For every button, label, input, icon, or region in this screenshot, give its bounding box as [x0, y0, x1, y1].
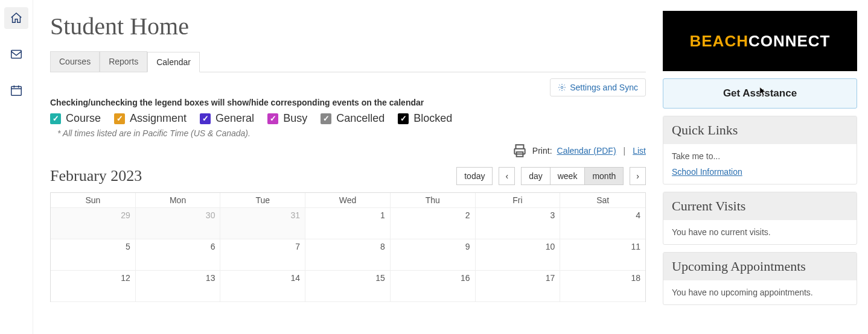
calendar-day[interactable]: 15 [305, 271, 391, 302]
current-visits-panel: Current Visits You have no current visit… [663, 192, 857, 245]
legend-label: Busy [283, 112, 307, 125]
main-content: Student Home Courses Reports Calendar Se… [33, 0, 663, 334]
timezone-note: * All times listed are in Pacific Time (… [50, 128, 646, 138]
print-list-link[interactable]: List [633, 146, 646, 156]
dow-label: Sat [560, 193, 645, 208]
calendar-day[interactable]: 17 [476, 271, 561, 302]
calendar-day[interactable]: 8 [305, 239, 391, 271]
calendar-day[interactable]: 12 [51, 271, 136, 302]
dow-label: Wed [305, 193, 391, 208]
chevron-left-icon: ‹ [505, 171, 508, 181]
dow-label: Tue [220, 193, 305, 208]
mail-icon [10, 48, 23, 61]
settings-and-sync-label: Settings and Sync [570, 83, 638, 92]
nav-rail [0, 0, 33, 334]
right-sidebar: BEACHCONNECT Get Assistance Quick Links … [663, 0, 868, 334]
legend-label: Course [66, 112, 101, 125]
nav-mail[interactable] [4, 43, 28, 65]
legend: Course Assignment General Busy Cancelled… [50, 112, 646, 125]
get-assistance-button[interactable]: Get Assistance [663, 78, 857, 109]
calendar-day[interactable]: 13 [136, 271, 221, 302]
tab-calendar[interactable]: Calendar [147, 52, 200, 72]
upcoming-appointments-panel: Upcoming Appointments You have no upcomi… [663, 252, 857, 305]
legend-checkbox-cancelled[interactable] [321, 113, 331, 124]
brand-logo: BEACHCONNECT [663, 11, 857, 71]
page-title: Student Home [50, 12, 646, 40]
legend-label: Cancelled [336, 112, 385, 125]
calendar-day[interactable]: 9 [391, 239, 476, 271]
upcoming-appointments-body: You have no upcoming appointments. [663, 280, 857, 304]
legend-checkbox-busy[interactable] [267, 113, 278, 124]
nav-home[interactable] [4, 7, 28, 29]
quick-links-title: Quick Links [663, 116, 857, 144]
legend-checkbox-general[interactable] [200, 113, 211, 124]
brand-part2: CONNECT [748, 32, 831, 50]
calendar-day[interactable]: 4 [560, 208, 645, 239]
brand-part1: BEACH [689, 32, 748, 50]
gear-icon [558, 83, 566, 92]
calendar-day[interactable]: 7 [220, 239, 305, 271]
svg-rect-0 [11, 51, 22, 58]
home-icon [10, 11, 23, 25]
print-calendar-pdf-link[interactable]: Calendar (PDF) [557, 146, 616, 156]
current-visits-body: You have no current visits. [663, 220, 857, 244]
calendar-title: February 2023 [50, 167, 456, 185]
calendar-day[interactable]: 2 [391, 208, 476, 239]
legend-label: Assignment [130, 112, 187, 125]
dow-label: Sun [51, 193, 136, 208]
legend-label: General [215, 112, 254, 125]
view-week-button[interactable]: week [550, 167, 586, 185]
calendar-day[interactable]: 29 [51, 208, 136, 239]
calendar-day[interactable]: 3 [476, 208, 561, 239]
calendar-day[interactable]: 11 [560, 239, 645, 271]
today-button[interactable]: today [456, 167, 493, 185]
legend-label: Blocked [413, 112, 452, 125]
upcoming-appointments-title: Upcoming Appointments [663, 253, 857, 280]
legend-checkbox-blocked[interactable] [398, 113, 409, 124]
quick-links-panel: Quick Links Take me to... School Informa… [663, 116, 857, 184]
quick-links-subtitle: Take me to... [672, 151, 848, 161]
nav-calendar[interactable] [4, 80, 28, 101]
calendar-day[interactable]: 18 [560, 271, 645, 302]
calendar-day[interactable]: 16 [391, 271, 476, 302]
svg-point-2 [561, 86, 563, 89]
get-assistance-label: Get Assistance [723, 87, 797, 99]
print-label: Print: [532, 146, 552, 156]
dow-label: Mon [136, 193, 221, 208]
view-day-button[interactable]: day [521, 167, 550, 185]
settings-and-sync-button[interactable]: Settings and Sync [550, 78, 646, 96]
calendar-grid: SunMonTueWedThuFriSat 293031123456789101… [50, 192, 646, 302]
calendar-day[interactable]: 1 [305, 208, 391, 239]
view-month-button[interactable]: month [585, 167, 624, 185]
tab-courses[interactable]: Courses [50, 51, 100, 72]
calendar-header: February 2023 today ‹ day week month › [50, 167, 646, 185]
dow-label: Fri [476, 193, 561, 208]
calendar-day[interactable]: 31 [220, 208, 305, 239]
calendar-week: 12131415161718 [51, 271, 645, 302]
legend-checkbox-assignment[interactable] [114, 113, 125, 124]
legend-note: Checking/unchecking the legend boxes wil… [50, 98, 646, 107]
weeks-container: 293031123456789101112131415161718 [51, 208, 645, 302]
print-icon [512, 143, 528, 159]
calendar-day[interactable]: 6 [136, 239, 221, 271]
legend-checkbox-course[interactable] [50, 113, 61, 124]
calendar-day[interactable]: 14 [220, 271, 305, 302]
current-visits-title: Current Visits [663, 192, 857, 220]
separator: | [621, 146, 628, 156]
svg-rect-1 [11, 87, 22, 96]
next-button[interactable]: › [630, 167, 646, 185]
calendar-icon [10, 84, 23, 97]
tab-reports[interactable]: Reports [100, 51, 147, 72]
print-row: Print: Calendar (PDF) | List [50, 143, 646, 167]
school-information-link[interactable]: School Information [672, 167, 742, 177]
calendar-day[interactable]: 30 [136, 208, 221, 239]
calendar-week: 567891011 [51, 239, 645, 271]
tabs: Courses Reports Calendar [50, 51, 646, 72]
chevron-right-icon: › [636, 171, 639, 181]
dow-label: Thu [391, 193, 476, 208]
calendar-day[interactable]: 10 [476, 239, 561, 271]
prev-button[interactable]: ‹ [499, 167, 515, 185]
calendar-week: 2930311234 [51, 208, 645, 239]
calendar-day[interactable]: 5 [51, 239, 136, 271]
dow-row: SunMonTueWedThuFriSat [51, 193, 645, 208]
